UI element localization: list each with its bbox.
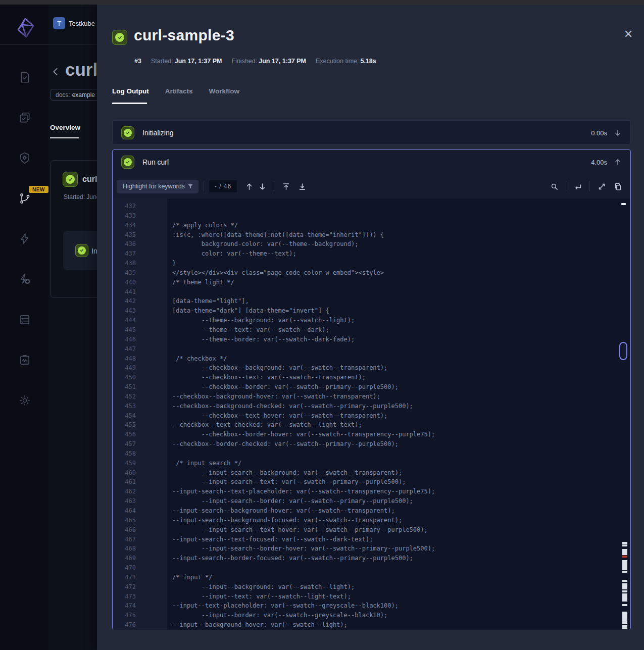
log-row: 464--input-search--background-hover: var… xyxy=(113,506,630,516)
status-passed-icon xyxy=(112,30,127,45)
log-row: 442[data-theme="light"], xyxy=(113,296,630,306)
sidebar-item-status-pages[interactable] xyxy=(18,354,31,367)
sidebar-item-workflows[interactable] xyxy=(18,192,31,205)
shield-gear-icon xyxy=(18,152,31,165)
jump-to-top-button[interactable] xyxy=(279,180,292,193)
sidebar: NEW xyxy=(0,5,48,650)
execution-title: curl-sample-3 xyxy=(134,27,234,44)
gear-icon xyxy=(18,394,31,407)
jump-to-bottom-icon xyxy=(298,182,307,191)
log-viewport[interactable]: 432433434/* apply colors */435:is(c, :wh… xyxy=(113,198,630,630)
log-row: 475 --input--border: var(--swatch--greys… xyxy=(113,611,630,620)
log-row: 452--checkbox--background-hover: var(--s… xyxy=(113,392,630,402)
sidebar-item-sources[interactable] xyxy=(18,313,31,326)
toolbar-divider xyxy=(204,181,204,191)
search-button[interactable] xyxy=(548,180,561,193)
drawer-tabs: Log Output Artifacts Workflow xyxy=(112,87,239,102)
log-row: 445 --theme--text: var(--swatch--dark); xyxy=(113,325,630,335)
log-row: 459 /* input search */ xyxy=(113,459,630,468)
status-passed-icon xyxy=(75,244,88,257)
workspace-tag: docs: example xyxy=(51,89,100,101)
log-row: 457--checkbox--border-checked: var(--swa… xyxy=(113,439,630,449)
log-row: 438} xyxy=(113,259,630,268)
expand-icon xyxy=(598,182,606,191)
log-row: 473 --input--text: var(--swatch--light-t… xyxy=(113,592,630,602)
scrollbar-thumb[interactable] xyxy=(619,342,627,360)
log-row: 465--input-search--background-focused: v… xyxy=(113,516,630,525)
trigger-run-icon xyxy=(18,273,31,286)
chevron-up-icon[interactable] xyxy=(614,158,622,166)
active-tab-underline xyxy=(112,103,147,104)
sidebar-item-executors[interactable] xyxy=(18,152,31,165)
section-run-curl: Run curl 4.00s Highlight for keywords - … xyxy=(112,149,631,630)
org-name[interactable]: Testkube xyxy=(69,20,95,27)
status-passed-icon xyxy=(121,156,134,169)
section-duration: 0.00s xyxy=(591,129,607,137)
log-row: 472 --input--background: var(--swatch--l… xyxy=(113,582,630,592)
tab-overview-underline xyxy=(50,137,79,138)
jump-to-top-icon xyxy=(282,182,290,191)
log-row: 454 --checkbox--text-hover: var(--swatch… xyxy=(113,411,630,421)
log-row: 435:is(c, :where([data-theme]:not([data-… xyxy=(113,230,630,240)
execution-meta: #3 Started:Jun 17, 1:37 PM Finished:Jun … xyxy=(134,58,376,65)
section-label: Initializing xyxy=(142,129,173,137)
filter-funnel-icon xyxy=(187,183,194,190)
arrow-up-icon xyxy=(245,182,254,191)
execution-card-started: Started: June xyxy=(64,193,100,201)
new-badge: NEW xyxy=(29,186,48,193)
finished-meta: Finished:Jun 17, 1:37 PM xyxy=(231,58,306,65)
copy-button[interactable] xyxy=(611,180,624,193)
tab-workflow[interactable]: Workflow xyxy=(209,87,240,102)
log-row: 470 xyxy=(113,563,630,573)
next-match-button[interactable] xyxy=(256,180,269,193)
log-row: 451 --checkbox--border: var(--swatch--pr… xyxy=(113,382,630,392)
sidebar-item-settings[interactable] xyxy=(18,394,31,407)
section-run-curl-header[interactable]: Run curl 4.00s xyxy=(113,150,630,174)
log-row: 439</style></div><div class="page_code_c… xyxy=(113,268,630,278)
sidebar-item-webhooks[interactable] xyxy=(18,273,31,286)
log-row: 469--input-search--border-focused: var(-… xyxy=(113,554,630,563)
toolbar-divider xyxy=(589,181,590,191)
log-row: 433 xyxy=(113,211,630,221)
section-duration: 4.00s xyxy=(591,159,607,166)
jump-to-bottom-button[interactable] xyxy=(295,180,309,193)
log-row: 443[data-theme="dark"] [data-theme="inve… xyxy=(113,306,630,316)
tag-value: example xyxy=(72,91,95,98)
tab-log-output[interactable]: Log Output xyxy=(112,87,149,102)
log-row: 447 xyxy=(113,344,630,354)
log-toolbar: Highlight for keywords - / 46 xyxy=(113,174,630,198)
lightning-icon xyxy=(18,232,31,245)
log-row: 440/* theme light */ xyxy=(113,278,630,287)
status-passed-icon xyxy=(63,172,78,187)
log-row: 468 --input-search--border-hover: var(--… xyxy=(113,544,630,554)
log-row: 441 xyxy=(113,287,630,297)
tab-overview[interactable]: Overview xyxy=(50,124,80,131)
section-initializing-header[interactable]: Initializing 0.00s xyxy=(113,121,630,145)
org-initial: T xyxy=(57,20,61,27)
tab-artifacts[interactable]: Artifacts xyxy=(165,87,193,102)
section-initializing[interactable]: Initializing 0.00s xyxy=(112,120,631,144)
test-suites-icon xyxy=(18,111,31,124)
close-icon[interactable]: ✕ xyxy=(621,27,635,41)
log-row: 444 --theme--background: var(--swatch--l… xyxy=(113,316,630,325)
execution-time-meta: Execution time:5.18s xyxy=(316,58,376,65)
wrap-text-button[interactable] xyxy=(571,180,584,193)
sidebar-item-tests[interactable] xyxy=(18,71,31,84)
prev-match-button[interactable] xyxy=(242,180,256,193)
sidebar-item-triggers[interactable] xyxy=(18,232,31,245)
tag-label: docs: xyxy=(56,91,70,98)
log-row: 448 /* checkbox */ xyxy=(113,354,630,364)
back-arrow-icon[interactable] xyxy=(50,66,61,77)
keyword-highlight-input[interactable]: Highlight for keywords xyxy=(117,180,199,193)
org-avatar[interactable]: T xyxy=(53,17,65,29)
testkube-logo-icon[interactable] xyxy=(14,16,36,40)
chevron-down-icon[interactable] xyxy=(614,129,622,137)
fullscreen-button[interactable] xyxy=(595,180,608,193)
monitor-icon xyxy=(18,354,31,367)
scroll-top-mark xyxy=(621,203,626,205)
log-row: 437 color: var(--theme--text); xyxy=(113,249,630,259)
log-row: 466 --input-search--text-hover: var(--sw… xyxy=(113,525,630,535)
sidebar-item-test-suites[interactable] xyxy=(18,111,31,124)
log-row: 458 xyxy=(113,449,630,459)
workspace-page-title: curl xyxy=(65,60,97,80)
